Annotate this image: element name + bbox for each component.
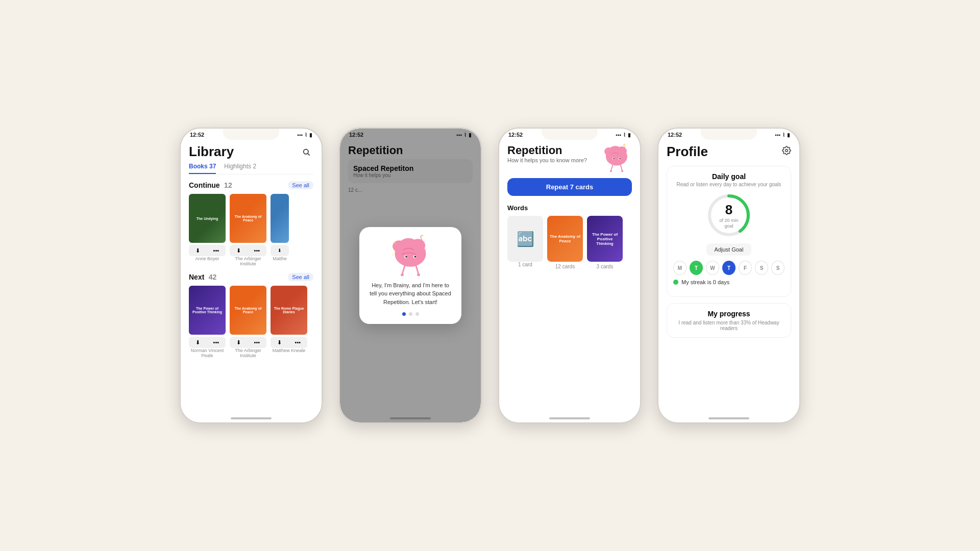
book-actions-4[interactable]: ⬇ •••	[189, 337, 226, 348]
home-indicator-4	[708, 417, 749, 419]
translate-cards-count: 1 card	[518, 262, 532, 267]
book-actions-2[interactable]: ⬇ •••	[230, 245, 266, 256]
download-icon-4[interactable]: ⬇	[195, 339, 200, 346]
book-actions-5[interactable]: ⬇ •••	[230, 337, 266, 348]
continue-title-group: Continue 12	[189, 181, 232, 190]
next-title-group: Next 42	[189, 272, 216, 282]
brain-small-illustration: ✦	[601, 144, 632, 172]
svg-point-9	[414, 256, 416, 258]
tab-highlights[interactable]: Highlights 2	[224, 163, 256, 174]
book-cover-partial	[271, 194, 289, 243]
download-icon-5[interactable]: ⬇	[236, 339, 241, 346]
gear-button[interactable]	[782, 146, 791, 158]
more-icon-2[interactable]: •••	[254, 247, 260, 254]
goal-center-text: 8 of 20 min goal	[718, 202, 741, 229]
brain-illustration: ✦ ✦ ✦	[387, 235, 433, 276]
goal-of: of 20 min goal	[718, 218, 741, 229]
day-T2: T	[722, 261, 736, 275]
book-cover-undying: The Undying	[189, 194, 226, 243]
continue-see-all[interactable]: See all	[288, 181, 313, 189]
svg-point-12	[401, 273, 404, 276]
more-icon-4[interactable]: •••	[213, 339, 219, 345]
day-F: F	[739, 261, 752, 275]
book-actions-6[interactable]: ⬇ •••	[271, 337, 307, 348]
repeat-button[interactable]: Repeat 7 cards	[507, 178, 632, 196]
phones-container: 12:52 ▪▪▪ ⌇ ▮ Library Books	[180, 128, 800, 423]
book-actions-3[interactable]: ⬇	[271, 245, 289, 256]
day-W: W	[706, 261, 719, 275]
signal-icon: ▪▪▪	[297, 132, 303, 138]
tab-books[interactable]: Books 37	[189, 163, 216, 174]
continue-title: Continue	[189, 181, 220, 189]
download-icon-2[interactable]: ⬇	[236, 247, 241, 254]
book-author-3: Matthe	[273, 256, 287, 261]
svg-line-11	[416, 265, 419, 274]
words-book-cover-1: The Anatomy of Peace	[547, 216, 583, 262]
battery-icon-3: ▮	[628, 132, 631, 138]
words-book-count-2: 3 cards	[597, 264, 614, 269]
rep3-title: Repetition	[507, 144, 601, 157]
svg-line-1	[308, 154, 310, 156]
rep3-header: Repetition How it helps you to know more…	[507, 144, 632, 172]
svg-point-8	[405, 256, 407, 258]
download-icon-1[interactable]: ⬇	[195, 247, 200, 254]
wifi-icon: ⌇	[305, 132, 307, 138]
dot-1	[402, 312, 406, 316]
rep3-title-block: Repetition How it helps you to know more…	[507, 144, 601, 163]
next-count: 42	[209, 273, 217, 281]
download-icon-6[interactable]: ⬇	[277, 339, 282, 346]
book-author-5: The Arbinger Institute	[230, 348, 266, 358]
progress-sub: I read and listen more than 33% of Headw…	[673, 320, 785, 331]
signal-icon-4: ▪▪▪	[775, 132, 780, 138]
svg-point-28	[610, 170, 612, 172]
streak-text: My streak is 0 days	[681, 279, 729, 285]
status-icons-1: ▪▪▪ ⌇ ▮	[297, 132, 312, 138]
battery-icon: ▮	[309, 132, 312, 138]
rep3-sub: How it helps you to know more?	[507, 157, 601, 163]
search-button[interactable]	[299, 145, 313, 159]
notch-4	[701, 129, 757, 140]
svg-text:✦: ✦	[394, 242, 396, 245]
library-content: Library Books 37 Highlights 2 Continue	[181, 139, 322, 369]
svg-point-29	[621, 170, 623, 172]
continue-header: Continue 12 See all	[189, 181, 313, 190]
time-3: 12:52	[508, 132, 523, 138]
status-icons-3: ▪▪▪ ⌇ ▮	[616, 132, 631, 138]
status-icons-4: ▪▪▪ ⌇ ▮	[775, 132, 790, 138]
dot-2	[409, 312, 412, 316]
days-row: M T W T F S S	[673, 261, 785, 275]
more-icon-1[interactable]: •••	[213, 247, 219, 254]
modal-text: Hey, I'm Brainy, and I'm here to tell yo…	[368, 281, 453, 307]
phone-repetition-detail: 12:52 ▪▪▪ ⌇ ▮ Repetition How it helps yo…	[498, 128, 641, 423]
book-author-2: The Arbinger Institute	[230, 256, 266, 266]
signal-icon-3: ▪▪▪	[616, 132, 621, 138]
progress-title: My progress	[673, 310, 785, 318]
progress-card: My progress I read and listen more than …	[667, 303, 791, 338]
day-S2: S	[771, 261, 785, 275]
phone-profile: 12:52 ▪▪▪ ⌇ ▮ Profile	[657, 128, 800, 423]
day-S1: S	[755, 261, 768, 275]
svg-point-5	[400, 238, 416, 248]
svg-line-26	[611, 165, 613, 171]
more-icon-5[interactable]: •••	[254, 339, 260, 345]
continue-count: 12	[224, 181, 232, 189]
next-see-all[interactable]: See all	[288, 273, 313, 281]
library-title: Library	[189, 144, 234, 160]
next-title: Next	[189, 273, 204, 281]
library-header: Library	[189, 144, 313, 160]
download-icon-3[interactable]: ⬇	[278, 248, 282, 253]
more-icon-6[interactable]: •••	[295, 339, 301, 345]
profile-header: Profile	[667, 144, 791, 160]
modal-overlay[interactable]: ✦ ✦ ✦ Hey, I'm Brainy, and I'm here to t…	[340, 129, 481, 422]
daily-goal-card: Daily goal Read or listen every day to a…	[667, 166, 791, 297]
svg-point-30	[624, 144, 626, 145]
book-author-1: Anne Boyer	[195, 256, 219, 261]
adjust-goal-button[interactable]: Adjust Goal	[706, 243, 752, 256]
daily-goal-title: Daily goal	[673, 172, 785, 181]
goal-circle-container: 8 of 20 min goal	[673, 192, 785, 238]
modal-dots	[402, 312, 419, 316]
wifi-icon-3: ⌇	[623, 132, 626, 138]
rep-detail-content: Repetition How it helps you to know more…	[499, 139, 640, 274]
book-actions-1[interactable]: ⬇ •••	[189, 245, 226, 256]
svg-point-13	[417, 273, 420, 276]
